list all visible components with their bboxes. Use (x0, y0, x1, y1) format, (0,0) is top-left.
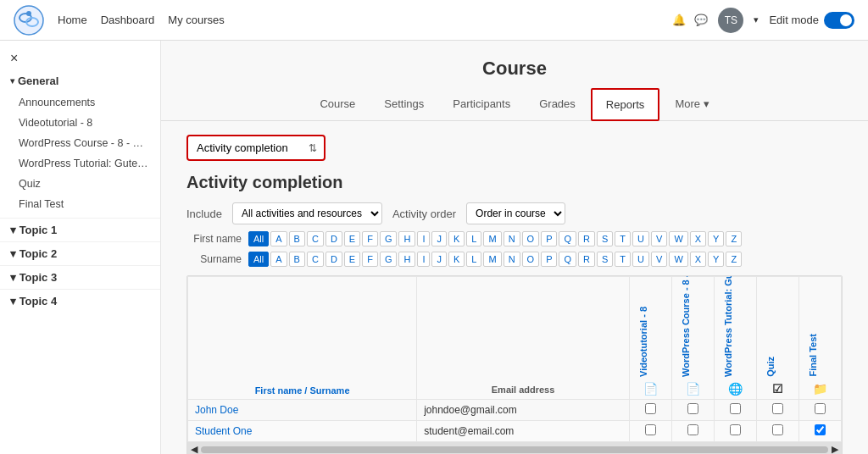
surname-r-btn[interactable]: R (578, 252, 595, 267)
sidebar-item-quiz[interactable]: Quiz (0, 174, 160, 194)
surname-m-btn[interactable]: M (483, 252, 501, 267)
firstname-o-btn[interactable]: O (522, 231, 540, 246)
report-type-dropdown-wrapper: Activity completion Course participation… (186, 135, 326, 161)
sidebar-general-header[interactable]: ▾ General (0, 69, 160, 92)
firstname-j-btn[interactable]: J (431, 231, 447, 246)
tab-more[interactable]: More ▾ (661, 89, 722, 120)
sidebar-item-wordpress-course[interactable]: WordPress Course - 8 - Gute... (0, 133, 160, 153)
tab-grades[interactable]: Grades (526, 89, 589, 120)
sidebar-item-final-test[interactable]: Final Test (0, 194, 160, 214)
surname-w-btn[interactable]: W (669, 252, 687, 267)
surname-b-btn[interactable]: B (289, 252, 305, 267)
firstname-k-btn[interactable]: K (448, 231, 465, 246)
sidebar-item-announcements[interactable]: Announcements (0, 92, 160, 113)
page-title: Course (161, 41, 868, 88)
firstname-g-btn[interactable]: G (380, 231, 398, 246)
sidebar-topic-1[interactable]: ▾ Topic 1 (0, 218, 160, 241)
surname-v-btn[interactable]: V (651, 252, 667, 267)
nav-my-courses[interactable]: My courses (168, 14, 224, 26)
firstname-h-btn[interactable]: H (398, 231, 415, 246)
firstname-a-btn[interactable]: A (270, 231, 287, 246)
sidebar-item-wordpress-tutorial[interactable]: WordPress Tutorial: Gutenberg (0, 153, 160, 174)
tab-participants[interactable]: Participants (439, 89, 524, 120)
surname-q-btn[interactable]: Q (559, 252, 576, 267)
sort-firstname-link[interactable]: First name / Surname (255, 385, 350, 396)
surname-i-btn[interactable]: I (417, 252, 430, 267)
surname-a-btn[interactable]: A (270, 252, 287, 267)
completion-table: First name / Surname Email address Video… (187, 276, 842, 442)
surname-f-btn[interactable]: F (362, 252, 378, 267)
edit-mode-switch[interactable] (824, 12, 854, 29)
surname-j-btn[interactable]: J (431, 252, 447, 267)
firstname-f-btn[interactable]: F (362, 231, 378, 246)
firstname-w-btn[interactable]: W (669, 231, 687, 246)
sidebar-close-button[interactable]: × (0, 47, 160, 69)
surname-c-btn[interactable]: C (307, 252, 324, 267)
surname-t-btn[interactable]: T (615, 252, 631, 267)
surname-n-btn[interactable]: N (504, 252, 520, 267)
tab-reports[interactable]: Reports (591, 88, 660, 121)
firstname-t-btn[interactable]: T (615, 231, 631, 246)
col-wp-tutorial-icon: 🌐 (721, 382, 749, 396)
firstname-m-btn[interactable]: M (483, 231, 501, 246)
nav-dashboard[interactable]: Dashboard (101, 14, 155, 26)
firstname-y-btn[interactable]: Y (708, 231, 724, 246)
chat-icon[interactable]: 💬 (694, 14, 708, 26)
surname-p-btn[interactable]: P (541, 252, 557, 267)
surname-d-btn[interactable]: D (326, 252, 342, 267)
firstname-l-btn[interactable]: L (466, 231, 481, 246)
firstname-v-btn[interactable]: V (651, 231, 667, 246)
firstname-p-btn[interactable]: P (541, 231, 557, 246)
surname-l-btn[interactable]: L (466, 252, 481, 267)
firstname-z-btn[interactable]: Z (726, 231, 742, 246)
avatar-button[interactable]: TS (718, 8, 743, 33)
topic1-chevron: ▾ (10, 224, 19, 236)
surname-all-btn[interactable]: All (248, 252, 269, 267)
firstname-b-btn[interactable]: B (289, 231, 305, 246)
surname-u-btn[interactable]: U (632, 252, 649, 267)
firstname-u-btn[interactable]: U (632, 231, 649, 246)
student2-name-link[interactable]: Student One (195, 425, 252, 437)
firstname-d-btn[interactable]: D (326, 231, 342, 246)
tab-course[interactable]: Course (306, 89, 369, 120)
surname-z-btn[interactable]: Z (726, 252, 742, 267)
sidebar-topic-3[interactable]: ▾ Topic 3 (0, 265, 160, 289)
activity-order-select[interactable]: Order in course (466, 202, 565, 224)
include-select[interactable]: All activities and resources (232, 202, 382, 224)
firstname-label: First name (186, 233, 242, 245)
surname-s-btn[interactable]: S (597, 252, 613, 267)
sidebar-item-videotutorial[interactable]: Videotutorial - 8 (0, 113, 160, 133)
firstname-x-btn[interactable]: X (690, 231, 706, 246)
firstname-n-btn[interactable]: N (504, 231, 520, 246)
surname-o-btn[interactable]: O (522, 252, 540, 267)
firstname-q-btn[interactable]: Q (559, 231, 576, 246)
col-wp-course-label: WordPress Course - 8 - (679, 280, 693, 382)
firstname-s-btn[interactable]: S (597, 231, 613, 246)
avatar-chevron[interactable]: ▾ (754, 14, 759, 25)
table-row: Student One student@email.com (188, 421, 842, 442)
scroll-right-icon[interactable]: ▶ (832, 444, 838, 454)
nav-home[interactable]: Home (58, 14, 87, 26)
surname-g-btn[interactable]: G (380, 252, 398, 267)
surname-y-btn[interactable]: Y (708, 252, 724, 267)
edit-mode-toggle: Edit mode (769, 12, 854, 29)
row1-check1 (672, 421, 715, 442)
firstname-all-btn[interactable]: All (248, 231, 269, 246)
surname-x-btn[interactable]: X (690, 252, 706, 267)
scroll-left-icon[interactable]: ◀ (191, 444, 198, 454)
surname-e-btn[interactable]: E (344, 252, 360, 267)
logo[interactable] (14, 5, 44, 36)
tab-settings[interactable]: Settings (370, 89, 437, 120)
student-name-link[interactable]: John Doe (195, 404, 238, 416)
firstname-i-btn[interactable]: I (417, 231, 430, 246)
firstname-c-btn[interactable]: C (307, 231, 324, 246)
firstname-r-btn[interactable]: R (578, 231, 595, 246)
surname-k-btn[interactable]: K (448, 252, 465, 267)
bell-icon[interactable]: 🔔 (672, 14, 686, 26)
sidebar-topic-2[interactable]: ▾ Topic 2 (0, 241, 160, 265)
firstname-e-btn[interactable]: E (344, 231, 360, 246)
report-type-dropdown[interactable]: Activity completion Course participation… (188, 136, 324, 159)
col-final-test-icon: 📁 (806, 382, 834, 396)
sidebar-topic-4[interactable]: ▾ Topic 4 (0, 289, 160, 313)
surname-h-btn[interactable]: H (398, 252, 415, 267)
